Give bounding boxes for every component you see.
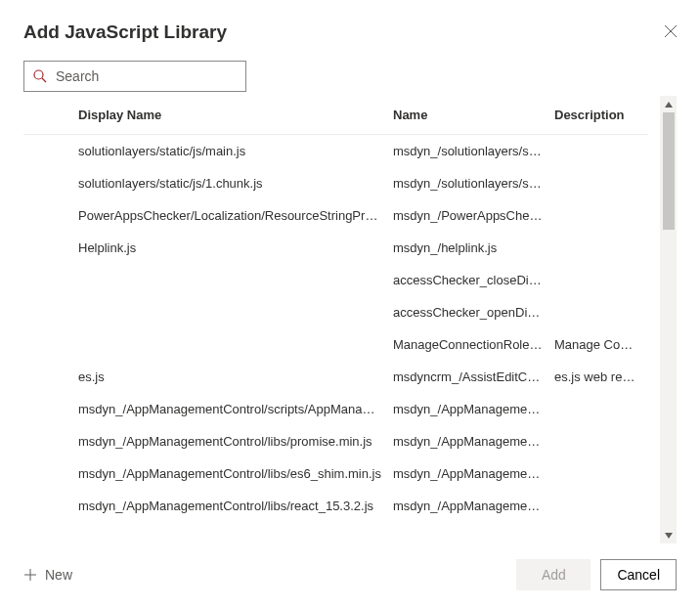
library-table: Display Name Name Description solutionla… bbox=[23, 96, 648, 543]
cell-description bbox=[554, 208, 648, 223]
svg-marker-2 bbox=[665, 102, 673, 108]
cell-name: msdyn_/PowerAppsCheck... bbox=[393, 208, 554, 223]
vertical-scrollbar[interactable] bbox=[660, 96, 677, 543]
table-row[interactable]: es.jsmsdyncrm_/AssistEditCon...es.js web… bbox=[23, 361, 648, 393]
search-icon bbox=[32, 68, 48, 84]
table-row[interactable]: msdyn_/AppManagementControl/scripts/AppM… bbox=[23, 393, 648, 425]
table-row[interactable]: msdyn_/AppManagementControl/libs/promise… bbox=[23, 425, 648, 457]
new-button-label: New bbox=[45, 567, 72, 583]
cell-display-name bbox=[78, 273, 393, 287]
cell-name: msdyn_/solutionlayers/sta... bbox=[393, 144, 554, 158]
search-box[interactable] bbox=[23, 61, 246, 92]
cell-name: msdyn_/AppManagement... bbox=[393, 434, 554, 449]
cell-description bbox=[554, 273, 648, 287]
cell-description bbox=[554, 466, 648, 481]
table-row[interactable]: PowerAppsChecker/Localization/ResourceSt… bbox=[23, 199, 648, 232]
table-row[interactable]: msdyn_/AppManagementControl/libs/es6_shi… bbox=[23, 457, 648, 490]
cell-display-name: solutionlayers/static/js/main.js bbox=[78, 144, 393, 158]
cancel-button[interactable]: Cancel bbox=[600, 559, 677, 590]
cell-name: msdyn_/AppManagement... bbox=[393, 466, 554, 481]
cell-description bbox=[554, 240, 648, 255]
dialog-header: Add JavaScript Library bbox=[23, 22, 677, 43]
cell-description bbox=[554, 305, 648, 320]
cell-description bbox=[554, 434, 648, 449]
dialog-title: Add JavaScript Library bbox=[23, 22, 227, 43]
table-row[interactable]: solutionlayers/static/js/1.chunk.jsmsdyn… bbox=[23, 167, 648, 199]
add-js-library-dialog: Add JavaScript Library Display Name Name… bbox=[0, 0, 700, 608]
new-button[interactable]: New bbox=[23, 567, 72, 583]
table-row[interactable]: msdyn_/AppManagementControl/libs/react_1… bbox=[23, 490, 648, 522]
cell-display-name: solutionlayers/static/js/1.chunk.js bbox=[78, 176, 393, 191]
add-button[interactable]: Add bbox=[516, 559, 591, 590]
table-row[interactable]: accessChecker_closeDialo... bbox=[23, 264, 648, 296]
cell-display-name bbox=[78, 305, 393, 320]
cell-name: msdyn_/AppManagement... bbox=[393, 402, 554, 416]
cell-description bbox=[554, 176, 648, 191]
scrollbar-track[interactable] bbox=[661, 112, 677, 527]
cell-name: msdyn_/AppManagement... bbox=[393, 499, 554, 513]
table-row[interactable]: ManageConnectionRoles....Manage Connect.… bbox=[23, 328, 648, 361]
table-row[interactable]: solutionlayers/static/js/main.jsmsdyn_/s… bbox=[23, 135, 648, 167]
table-row[interactable]: Helplink.jsmsdyn_/helplink.js bbox=[23, 232, 648, 264]
search-input[interactable] bbox=[56, 68, 238, 84]
cell-name: accessChecker_closeDialo... bbox=[393, 273, 554, 287]
svg-marker-3 bbox=[665, 533, 673, 539]
close-button[interactable] bbox=[661, 22, 680, 41]
footer-actions: Add Cancel bbox=[516, 559, 677, 590]
svg-line-1 bbox=[42, 78, 46, 82]
cell-display-name: PowerAppsChecker/Localization/ResourceSt… bbox=[78, 208, 393, 223]
cell-name: msdyn_/helplink.js bbox=[393, 240, 554, 255]
col-header-description[interactable]: Description bbox=[554, 108, 648, 122]
chevron-up-icon bbox=[665, 102, 673, 108]
cell-description bbox=[554, 499, 648, 513]
scroll-down-button[interactable] bbox=[661, 527, 677, 543]
dialog-body: Display Name Name Description solutionla… bbox=[23, 96, 677, 543]
col-header-name[interactable]: Name bbox=[393, 108, 554, 122]
cell-display-name: Helplink.js bbox=[78, 240, 393, 255]
cell-description bbox=[554, 402, 648, 416]
cell-description bbox=[554, 144, 648, 158]
cell-name: msdyncrm_/AssistEditCon... bbox=[393, 369, 554, 384]
plus-icon bbox=[23, 568, 37, 582]
cell-display-name: msdyn_/AppManagementControl/libs/es6_shi… bbox=[78, 466, 393, 481]
cell-description: es.js web resource. bbox=[554, 369, 648, 384]
svg-point-0 bbox=[34, 70, 43, 79]
cell-display-name: es.js bbox=[78, 369, 393, 384]
scroll-up-button[interactable] bbox=[661, 96, 677, 112]
close-icon bbox=[664, 24, 678, 38]
chevron-down-icon bbox=[665, 533, 673, 539]
cell-name: accessChecker_openDialo... bbox=[393, 305, 554, 320]
cell-name: ManageConnectionRoles.... bbox=[393, 337, 554, 352]
table-headers: Display Name Name Description bbox=[23, 96, 648, 135]
scrollbar-thumb[interactable] bbox=[663, 112, 675, 230]
cell-display-name: msdyn_/AppManagementControl/scripts/AppM… bbox=[78, 402, 393, 416]
table-rows: solutionlayers/static/js/main.jsmsdyn_/s… bbox=[23, 135, 648, 522]
table-row[interactable]: accessChecker_openDialo... bbox=[23, 296, 648, 328]
col-header-display-name[interactable]: Display Name bbox=[78, 108, 393, 122]
cell-display-name: msdyn_/AppManagementControl/libs/promise… bbox=[78, 434, 393, 449]
cell-description: Manage Connect... bbox=[554, 337, 648, 352]
dialog-footer: New Add Cancel bbox=[23, 543, 677, 590]
cell-display-name: msdyn_/AppManagementControl/libs/react_1… bbox=[78, 499, 393, 513]
cell-name: msdyn_/solutionlayers/sta... bbox=[393, 176, 554, 191]
cell-display-name bbox=[78, 337, 393, 352]
